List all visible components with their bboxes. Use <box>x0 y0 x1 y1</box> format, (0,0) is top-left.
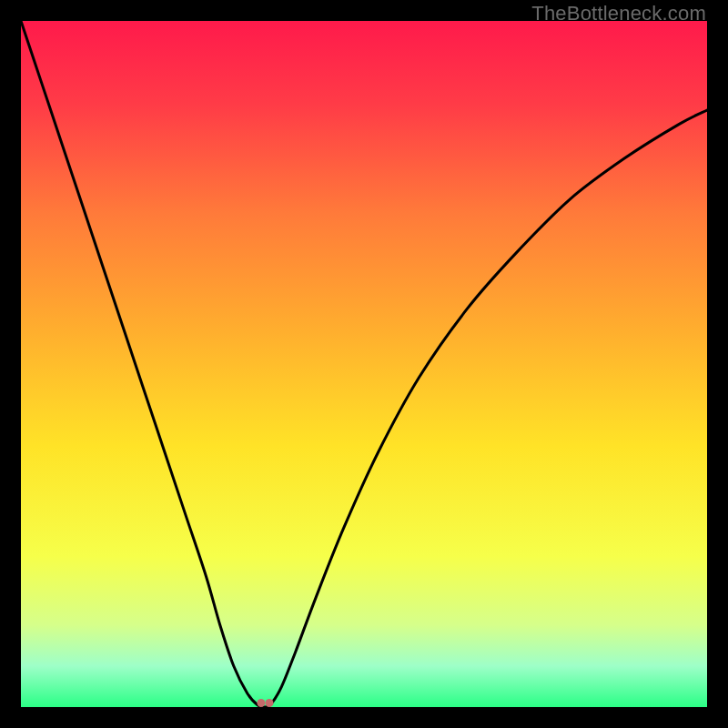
chart-svg <box>21 21 707 707</box>
min-marker-1 <box>257 699 265 707</box>
chart-background <box>21 21 707 707</box>
min-marker-2 <box>265 699 273 707</box>
chart-plot-area <box>21 21 707 707</box>
